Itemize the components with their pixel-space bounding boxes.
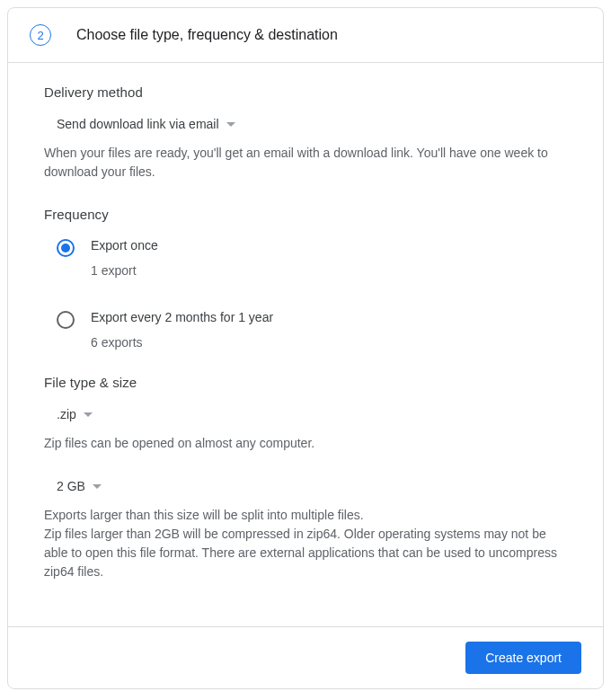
frequency-option-label: Export once [91,238,158,253]
delivery-method-heading: Delivery method [44,84,567,100]
file-type-help: Zip files can be opened on almost any co… [44,434,567,453]
file-type-size-heading: File type & size [44,375,567,390]
chevron-down-icon [93,484,102,489]
frequency-option-sub: 6 exports [91,335,273,350]
frequency-option-once[interactable]: Export once 1 export [57,238,567,278]
delivery-method-dropdown[interactable]: Send download link via email [44,117,235,131]
frequency-option-recurring[interactable]: Export every 2 months for 1 year 6 expor… [57,310,567,350]
file-size-value: 2 GB [57,479,85,493]
chevron-down-icon [226,122,235,127]
chevron-down-icon [84,412,93,417]
frequency-radio-group: Export once 1 export Export every 2 mont… [44,238,567,350]
step-number-badge: 2 [30,24,51,46]
radio-unselected-icon [57,311,75,329]
create-export-button[interactable]: Create export [465,642,581,674]
frequency-option-sub: 1 export [91,263,158,278]
file-size-dropdown[interactable]: 2 GB [44,479,102,493]
footer: Create export [8,626,603,688]
delivery-method-value: Send download link via email [57,117,219,131]
delivery-method-help: When your files are ready, you'll get an… [44,144,567,182]
radio-selected-icon [57,239,75,257]
step-title: Choose file type, frequency & destinatio… [76,27,338,43]
frequency-option-label: Export every 2 months for 1 year [91,310,273,324]
frequency-heading: Frequency [44,207,567,222]
export-settings-card: 2 Choose file type, frequency & destinat… [7,7,604,689]
step-header: 2 Choose file type, frequency & destinat… [8,8,603,63]
file-type-dropdown[interactable]: .zip [44,407,93,421]
file-type-value: .zip [57,407,76,421]
settings-body: Delivery method Send download link via e… [8,63,603,626]
file-size-help: Exports larger than this size will be sp… [44,506,567,581]
